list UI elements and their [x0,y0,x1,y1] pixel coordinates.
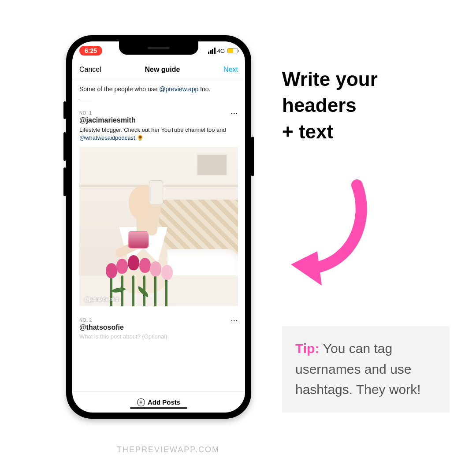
intro-suffix: too. [198,86,210,93]
cancel-button[interactable]: Cancel [79,66,101,74]
section-description[interactable]: Lifestyle blogger. Check out her YouTube… [79,126,238,141]
intro-text[interactable]: Some of the people who use @preview.app … [79,86,238,99]
section-placeholder[interactable]: What is this post about? (Optional) [79,333,238,340]
status-time-recording: 6:25 [79,46,102,56]
section-handle[interactable]: @thatsosofie [79,324,238,331]
volume-up-button [63,132,66,161]
tip-box: Tip: You can tag usernames and use hasht… [282,326,450,413]
side-button [63,101,66,119]
desc-mention[interactable]: @whatwesaidpodcast [79,134,135,141]
phone-notch [119,41,198,55]
section-number: NO. 2 [79,318,238,323]
tip-label: Tip: [295,341,323,356]
nav-bar: Cancel New guide Next [72,60,245,79]
phone-mockup: 6:25 4G Cancel New guide Next Some of th… [66,35,251,419]
guide-content[interactable]: Some of the people who use @preview.app … [72,79,245,391]
plus-circle-icon: + [137,398,145,406]
intro-divider [79,99,92,99]
volume-down-button [63,167,66,196]
intro-mention[interactable]: @preview.app [159,86,198,93]
phone-screen: 6:25 4G Cancel New guide Next Some of th… [72,41,245,413]
arrow-icon [282,176,379,291]
section-image[interactable]: @jacimariesmith [79,147,238,306]
more-icon[interactable]: ··· [231,110,238,118]
add-posts-label: Add Posts [148,398,180,406]
headline-line3: + text [282,119,450,145]
section-number: NO. 1 [79,111,238,115]
home-indicator[interactable] [130,407,187,409]
power-button [251,137,254,176]
intro-prefix: Some of the people who use [79,86,159,93]
add-posts-button[interactable]: + Add Posts [72,391,245,413]
next-button[interactable]: Next [223,66,238,74]
guide-section-2: ··· NO. 2 @thatsosofie What is this post… [79,318,238,340]
network-label: 4G [217,48,225,54]
guide-section-1: ··· NO. 1 @jacimariesmith Lifestyle blog… [79,111,238,306]
headline-line1: Write your [282,66,450,92]
status-right: 4G [208,48,238,54]
battery-icon [227,48,238,53]
more-icon[interactable]: ··· [231,317,238,325]
headline-line2: headers [282,92,450,118]
image-credit: @jacimariesmith [85,297,120,302]
section-handle[interactable]: @jacimariesmith [79,116,238,124]
nav-title: New guide [145,66,180,74]
headline-text: Write your headers + text [282,66,450,145]
watermark: THEPREVIEWAPP.COM [117,445,219,454]
signal-icon [208,48,216,54]
